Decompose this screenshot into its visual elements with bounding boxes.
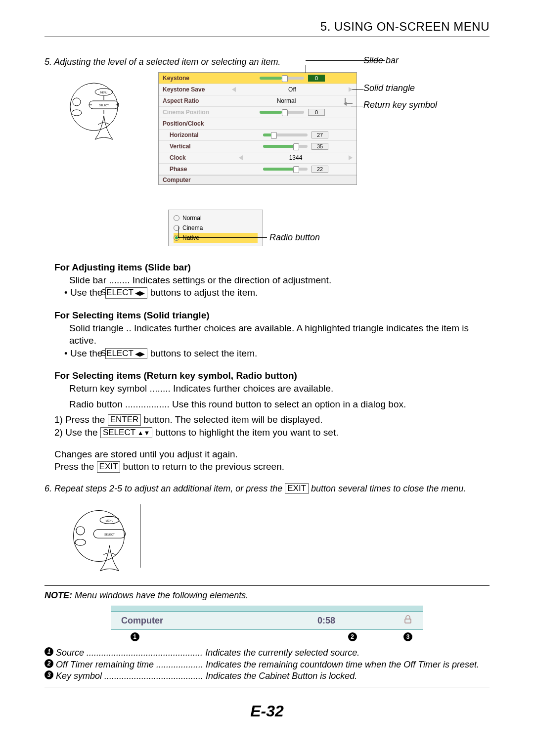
radio-normal[interactable]: Normal (174, 213, 258, 223)
menu-item-aspect[interactable]: Aspect Ratio Normal (159, 95, 356, 107)
p-returnkey-2: Radio button ................. Use this … (54, 398, 490, 411)
rule-note-bottom (44, 687, 490, 687)
step-6: 6. Repeat steps 2-5 to adjust an additio… (44, 483, 490, 494)
triangle-left-icon[interactable] (239, 155, 243, 160)
note-heading: NOTE: Menu windows have the following el… (44, 590, 490, 601)
menu-item-vertical[interactable]: Vertical 35 (159, 141, 356, 152)
triangle-left-icon[interactable] (232, 87, 236, 92)
radio-cinema[interactable]: Cinema (174, 223, 258, 233)
triangle-right-icon[interactable] (349, 87, 353, 92)
marker-2: 2 (348, 632, 357, 641)
rule-top (44, 37, 490, 37)
key-enter: ENTER (108, 414, 141, 425)
infobar-source: Computer (111, 616, 260, 626)
svg-point-8 (76, 527, 85, 535)
legend: 1 Source ...............................… (44, 647, 490, 682)
h-returnkey: For Selecting items (Return key symbol, … (54, 369, 490, 382)
p-returnkey-3: 1) Press the ENTER button. The selected … (54, 413, 490, 426)
radio-native[interactable]: Native (174, 233, 258, 243)
annot-radiobutton: Radio button (269, 232, 320, 243)
svg-text:MENU: MENU (106, 519, 114, 522)
svg-text:SELECT: SELECT (104, 533, 115, 536)
key-exit: EXIT (285, 483, 309, 494)
p-slidebar-1: Slide bar ........ Indicates settings or… (54, 274, 490, 287)
svg-point-7 (74, 511, 125, 562)
p-solidtriangle-2: • Use the SELECT buttons to select the i… (54, 347, 490, 360)
menu-item-posclock-header: Position/Clock (159, 118, 356, 130)
menu-footer: Computer (159, 175, 356, 184)
p-returnkey-5: Changes are stored until you adjust it a… (54, 448, 490, 461)
p-returnkey-1: Return key symbol ........ Indicates fur… (54, 382, 490, 395)
marker-1: 1 (44, 647, 53, 656)
key-select-lr: SELECT (105, 287, 148, 298)
marker-row: 1 2 3 (111, 632, 423, 642)
remote-diagram-1: MENU SELECT (44, 72, 143, 141)
svg-point-0 (70, 83, 118, 131)
svg-rect-14 (405, 619, 411, 623)
marker-1: 1 (131, 632, 139, 641)
menu-item-horizontal[interactable]: Horizontal 27 (159, 130, 356, 141)
radio-icon (174, 225, 179, 231)
svg-point-1 (73, 98, 81, 106)
key-exit: EXIT (97, 461, 121, 472)
menu-item-phase[interactable]: Phase 22 (159, 164, 356, 175)
h-solidtriangle: For Selecting items (Solid triangle) (54, 309, 490, 322)
menu-item-keystone-save[interactable]: Keystone Save Off (159, 84, 356, 95)
annot-solidtriangle: Solid triangle (363, 83, 415, 93)
svg-point-2 (72, 110, 82, 116)
h-slidebar: For Adjusting items (Slide bar) (54, 261, 490, 274)
p-solidtriangle-1: Solid triangle .. Indicates further choi… (54, 322, 490, 347)
p-returnkey-6: Press the EXIT button to return to the p… (54, 460, 490, 473)
return-key-icon[interactable] (345, 98, 353, 104)
chapter-title: 5. USING ON-SCREEN MENU (44, 20, 490, 34)
radio-icon (174, 215, 179, 221)
step-5: 5. Adjusting the level of a selected ite… (44, 57, 490, 67)
osd-menu: Keystone 0 Keystone Save Off Aspect Rati… (158, 72, 357, 185)
key-select-lr: SELECT (105, 348, 148, 359)
marker-3: 3 (44, 670, 53, 679)
p-slidebar-2: • Use the SELECT buttons to adjust the i… (54, 286, 490, 299)
page-number: E-32 (44, 702, 490, 720)
menu-area: Slide bar Solid triangle Return key symb… (158, 72, 357, 246)
svg-text:SELECT: SELECT (99, 104, 108, 107)
svg-text:MENU: MENU (100, 91, 108, 94)
info-bar: Computer 0:58 (111, 606, 423, 630)
menu-item-keystone[interactable]: Keystone 0 (159, 73, 356, 84)
p-returnkey-4: 2) Use the SELECT buttons to highlight t… (54, 426, 490, 439)
legend-3: 3 Key symbol ...........................… (44, 670, 490, 682)
legend-1: 1 Source ...............................… (44, 647, 490, 659)
lock-icon (393, 615, 423, 626)
marker-3: 3 (403, 632, 412, 641)
key-select-ud: SELECT (100, 427, 153, 438)
radio-dialog: Normal Cinema Native (168, 210, 263, 246)
legend-2: 2 Off Timer remaining time .............… (44, 659, 490, 670)
menu-item-cinema: Cinema Position 0 (159, 107, 356, 118)
radio-icon (174, 235, 179, 241)
infobar-time: 0:58 (260, 616, 393, 626)
remote-diagram-2: MENU SELECT (54, 499, 490, 576)
triangle-right-icon[interactable] (349, 155, 353, 160)
rule-note-top (44, 585, 490, 586)
menu-item-clock[interactable]: Clock 1344 (159, 152, 356, 164)
annot-returnkey: Return key symbol (363, 100, 437, 110)
marker-2: 2 (44, 659, 53, 668)
svg-point-9 (75, 539, 86, 546)
